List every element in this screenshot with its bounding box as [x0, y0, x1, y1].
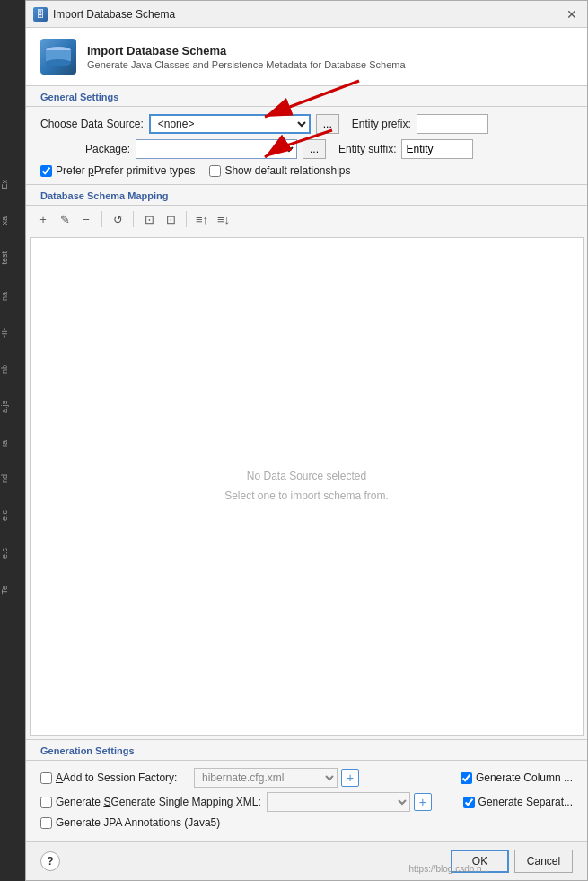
dialog-body: Import Database Schema Generate Java Cla… — [26, 28, 587, 880]
entity-suffix-group: Entity suffix: Entity — [338, 139, 473, 159]
generate-column-checkbox[interactable] — [461, 772, 472, 784]
session-factory-select-wrap: hibernate.cfg.xml + — [194, 768, 455, 788]
toolbar-sep1 — [101, 211, 102, 227]
datasource-select[interactable]: <none> — [149, 114, 311, 134]
session-factory-checkbox[interactable] — [40, 772, 52, 784]
ide-label-ec2: e.c — [0, 548, 27, 559]
dialog: 🗄 Import Database Schema ✕ Import Databa… — [25, 0, 588, 881]
no-data-line1: No Data Source selected — [224, 467, 389, 487]
single-mapping-row: Generate SGenerate Single Mapping XML: +… — [40, 792, 573, 812]
ide-label-te: Te — [0, 586, 27, 595]
general-settings: Choose Data Source: <none> ... Entity pr… — [26, 107, 587, 185]
show-default-checkbox[interactable] — [209, 165, 221, 177]
schema-mapping-label: Database Schema Mapping — [26, 185, 587, 206]
cancel-button[interactable]: Cancel — [514, 850, 573, 873]
jpa-checkbox-label[interactable]: Generate JPA Annotations (Java5) — [40, 816, 220, 829]
close-button[interactable]: ✕ — [564, 6, 580, 22]
generate-column-label: Generate Column ... — [476, 771, 573, 784]
package-select[interactable] — [136, 139, 297, 159]
generate-column-group: Generate Column ... — [461, 771, 573, 784]
checkbox-row: Prefer pPrefer primitive types Show defa… — [40, 164, 573, 177]
title-bar: 🗄 Import Database Schema ✕ — [26, 1, 587, 28]
package-row: Package: ... Entity suffix: Entity — [40, 139, 573, 159]
header-title: Import Database Schema — [87, 44, 406, 57]
single-mapping-select[interactable] — [267, 792, 410, 812]
header-text: Import Database Schema Generate Java Cla… — [87, 44, 406, 70]
single-mapping-checkbox-label[interactable]: Generate SGenerate Single Mapping XML: — [40, 796, 261, 808]
ide-label-nd: nd — [0, 474, 27, 483]
package-browse-button[interactable]: ... — [303, 139, 326, 159]
schema-section: + ✎ − ↺ ⊡ ⊡ ≡↑ ≡↓ No Data Source selecte… — [26, 206, 587, 740]
datasource-label: Choose Data Source: — [40, 118, 144, 130]
toolbar-edit-button[interactable]: ✎ — [55, 209, 75, 229]
no-data-line2: Select one to import schema from. — [224, 487, 389, 507]
no-data-message: No Data Source selected Select one to im… — [224, 467, 389, 506]
entity-prefix-label: Entity prefix: — [352, 118, 411, 130]
toolbar-sep3 — [186, 211, 187, 227]
single-mapping-checkbox[interactable] — [40, 797, 52, 808]
prefer-primitive-checkbox-label[interactable]: Prefer pPrefer primitive types — [40, 164, 195, 177]
datasource-row: Choose Data Source: <none> ... Entity pr… — [40, 114, 573, 134]
ide-label-ra: ra — [0, 440, 27, 447]
dialog-footer: ? OK Cancel — [26, 841, 587, 880]
show-default-checkbox-label[interactable]: Show default relationships — [209, 164, 350, 177]
dialog-header: Import Database Schema Generate Java Cla… — [26, 28, 587, 86]
general-settings-label: General Settings — [26, 86, 587, 107]
package-label: Package: — [40, 143, 130, 155]
entity-suffix-input[interactable]: Entity — [401, 139, 473, 159]
jpa-checkbox[interactable] — [40, 817, 52, 829]
toolbar-sep2 — [133, 211, 134, 227]
header-subtitle: Generate Java Classes and Persistence Me… — [87, 59, 406, 70]
generate-separate-group: Generate Separat... — [463, 796, 573, 808]
ide-label-ec1: e.c — [0, 510, 27, 521]
toolbar-remove-button[interactable]: − — [76, 209, 96, 229]
title-bar-left: 🗄 Import Database Schema — [33, 7, 175, 22]
single-mapping-select-wrap: + — [267, 792, 458, 812]
generation-settings-label: Generation Settings — [26, 740, 587, 761]
dialog-icon: 🗄 — [33, 7, 48, 22]
datasource-browse-button[interactable]: ... — [316, 114, 339, 134]
session-factory-checkbox-label[interactable]: AAdd to Session Factory: — [40, 771, 189, 784]
ide-label-nb: nb — [0, 365, 27, 374]
single-mapping-label: Generate SGenerate Single Mapping XML: — [56, 796, 261, 808]
generate-separate-checkbox[interactable] — [463, 797, 475, 808]
help-button[interactable]: ? — [40, 851, 60, 871]
prefer-primitive-label: Prefer pPrefer primitive types — [56, 164, 195, 177]
jpa-annotations-row: Generate JPA Annotations (Java5) — [40, 816, 573, 829]
session-factory-add-button[interactable]: + — [341, 769, 359, 787]
ide-label-minus: -II- — [0, 328, 27, 338]
toolbar-paste-button[interactable]: ⊡ — [161, 209, 180, 229]
toolbar-move-down-button[interactable]: ≡↓ — [214, 209, 233, 229]
entity-suffix-label: Entity suffix: — [338, 143, 396, 155]
session-factory-row: AAdd to Session Factory: hibernate.cfg.x… — [40, 768, 573, 788]
ide-label-na: na — [0, 292, 27, 301]
jpa-label: Generate JPA Annotations (Java5) — [56, 816, 220, 829]
entity-prefix-group: Entity prefix: — [352, 114, 488, 134]
toolbar-add-button[interactable]: + — [33, 209, 53, 229]
session-factory-label: AAdd to Session Factory: — [56, 771, 177, 784]
prefer-primitive-checkbox[interactable] — [40, 165, 52, 177]
toolbar-copy-button[interactable]: ⊡ — [139, 209, 159, 229]
schema-content: No Data Source selected Select one to im… — [30, 237, 584, 736]
entity-prefix-input[interactable] — [417, 114, 488, 134]
show-default-label: Show default relationships — [224, 164, 350, 177]
toolbar-refresh-button[interactable]: ↺ — [108, 209, 127, 229]
single-mapping-add-button[interactable]: + — [414, 793, 432, 811]
schema-toolbar: + ✎ − ↺ ⊡ ⊡ ≡↑ ≡↓ — [26, 206, 587, 233]
ide-label-ex: Ex — [0, 180, 27, 189]
toolbar-move-up-button[interactable]: ≡↑ — [192, 209, 212, 229]
ide-label-test: test — [0, 251, 27, 265]
generation-settings: AAdd to Session Factory: hibernate.cfg.x… — [26, 761, 587, 841]
watermark-url: https://blog.csdn.n... — [409, 864, 490, 874]
db-shape — [46, 47, 71, 66]
generate-separate-label: Generate Separat... — [478, 796, 573, 808]
ide-label-js: a.js — [0, 401, 27, 413]
dialog-title: Import Database Schema — [53, 8, 175, 21]
session-factory-select[interactable]: hibernate.cfg.xml — [194, 768, 338, 788]
db-ellipse-bottom — [46, 59, 71, 66]
header-icon — [40, 39, 76, 75]
ide-label-xa: xa — [0, 216, 27, 225]
